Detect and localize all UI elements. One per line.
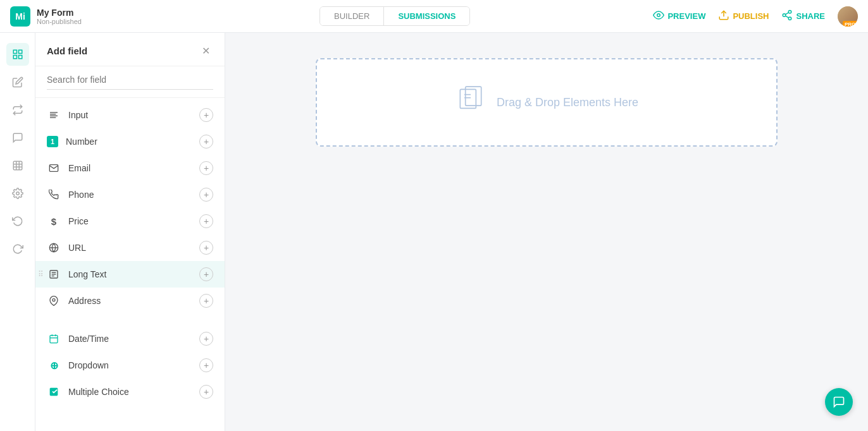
svg-point-0: [657, 14, 660, 17]
chat-button[interactable]: [825, 388, 853, 416]
field-icon-multiplechoice: [47, 385, 61, 399]
top-nav: Mi My Form Non-published BUILDER SUBMISS…: [0, 0, 868, 33]
sidebar-icon-fields[interactable]: [6, 43, 29, 66]
svg-point-2: [789, 11, 792, 14]
add-number-button[interactable]: +: [199, 135, 213, 149]
add-datetime-button[interactable]: +: [199, 332, 213, 346]
svg-line-5: [786, 16, 789, 18]
drop-icon: [455, 84, 487, 121]
sidebar-icon-undo[interactable]: [6, 210, 29, 233]
field-icon-price: $: [47, 214, 61, 228]
search-underline: [47, 89, 213, 90]
search-area: [35, 66, 225, 98]
field-label-input: Input: [68, 110, 199, 120]
form-status: Non-published: [37, 18, 82, 25]
field-icon-address: [47, 294, 61, 308]
sidebar-icon-grid[interactable]: [6, 154, 29, 177]
add-longtext-button[interactable]: +: [199, 267, 213, 281]
add-address-button[interactable]: +: [199, 294, 213, 308]
section-gap-1: [35, 314, 225, 325]
field-label-phone: Phone: [68, 190, 199, 200]
field-label-dropdown: Dropdown: [68, 360, 199, 370]
share-icon: [781, 9, 793, 23]
add-dropdown-button[interactable]: +: [199, 358, 213, 372]
drop-zone[interactable]: Drag & Drop Elements Here: [316, 58, 778, 147]
field-label-price: Price: [68, 216, 199, 226]
sidebar-icon-redo[interactable]: [6, 238, 29, 260]
user-avatar[interactable]: PRO+: [838, 6, 858, 27]
field-label-multiplechoice: Multiple Choice: [68, 387, 199, 397]
form-info: My Form Non-published: [37, 8, 82, 25]
add-field-panel: Add field ✕ Input + 1 Number: [35, 33, 225, 431]
sidebar-icon-arrows[interactable]: [6, 99, 29, 121]
svg-rect-10: [18, 56, 22, 59]
field-icon-phone: [47, 188, 61, 202]
close-panel-button[interactable]: ✕: [198, 43, 213, 58]
add-price-button[interactable]: +: [199, 214, 213, 228]
field-label-address: Address: [68, 296, 199, 306]
svg-rect-32: [50, 388, 58, 396]
field-item-phone[interactable]: Phone +: [35, 181, 225, 208]
svg-rect-11: [13, 161, 22, 170]
add-url-button[interactable]: +: [199, 241, 213, 255]
sidebar-icon-settings[interactable]: [6, 182, 29, 205]
preview-label: PREVIEW: [667, 11, 705, 21]
app-logo: Mi: [10, 6, 30, 27]
svg-rect-7: [13, 50, 16, 53]
fields-list: Input + 1 Number + Email +: [35, 98, 225, 431]
field-item-datetime[interactable]: Date/Time +: [35, 325, 225, 352]
field-icon-input: [47, 108, 61, 122]
main-content: Drag & Drop Elements Here: [225, 33, 868, 431]
field-icon-number: 1: [47, 136, 58, 147]
panel-title: Add field: [47, 46, 87, 56]
field-item-dropdown[interactable]: ⊕ Dropdown +: [35, 352, 225, 379]
field-icon-longtext: [47, 267, 61, 281]
add-multiplechoice-button[interactable]: +: [199, 385, 213, 399]
drag-handle-icon: ⠿: [38, 270, 44, 279]
svg-point-27: [53, 299, 55, 301]
svg-line-6: [786, 13, 789, 15]
field-label-datetime: Date/Time: [68, 334, 199, 344]
field-item-number[interactable]: 1 Number +: [35, 128, 225, 155]
field-item-input[interactable]: Input +: [35, 102, 225, 128]
field-item-longtext[interactable]: ⠿ Long Text +: [35, 261, 225, 288]
share-label: SHARE: [796, 11, 825, 21]
nav-center: BUILDER SUBMISSIONS: [137, 6, 653, 26]
svg-point-3: [783, 14, 786, 17]
add-input-button[interactable]: +: [199, 108, 213, 122]
field-label-url: URL: [68, 243, 199, 253]
field-label-email: Email: [68, 163, 199, 173]
preview-button[interactable]: PREVIEW: [653, 9, 705, 23]
field-item-url[interactable]: URL +: [35, 234, 225, 261]
pro-badge: PRO+: [843, 21, 858, 27]
svg-point-4: [789, 17, 792, 20]
field-icon-dropdown: ⊕: [47, 358, 61, 372]
publish-icon: [718, 9, 729, 23]
tab-builder[interactable]: BUILDER: [320, 7, 384, 25]
svg-point-16: [16, 192, 19, 195]
sidebar-icons: [0, 33, 35, 431]
share-button[interactable]: SHARE: [781, 9, 825, 23]
field-item-multiplechoice[interactable]: Multiple Choice +: [35, 379, 225, 405]
add-email-button[interactable]: +: [199, 161, 213, 175]
field-label-number: Number: [66, 137, 199, 147]
panel-header: Add field ✕: [35, 33, 225, 66]
field-icon-url: [47, 241, 61, 255]
publish-button[interactable]: PUBLISH: [718, 9, 769, 23]
main-layout: Add field ✕ Input + 1 Number: [0, 33, 868, 431]
svg-rect-28: [50, 336, 58, 343]
sidebar-icon-edit[interactable]: [6, 71, 29, 94]
sidebar-icon-message[interactable]: [6, 126, 29, 149]
field-item-price[interactable]: $ Price +: [35, 208, 225, 234]
field-item-address[interactable]: Address +: [35, 288, 225, 314]
field-icon-email: [47, 161, 61, 175]
search-field-input[interactable]: [47, 75, 213, 85]
add-phone-button[interactable]: +: [199, 188, 213, 202]
publish-label: PUBLISH: [733, 11, 769, 21]
field-label-longtext: Long Text: [68, 269, 199, 279]
form-title: My Form: [37, 8, 82, 18]
tab-submissions[interactable]: SUBMISSIONS: [384, 7, 469, 25]
field-item-email[interactable]: Email +: [35, 155, 225, 181]
eye-icon: [653, 9, 664, 23]
svg-rect-8: [18, 50, 22, 53]
